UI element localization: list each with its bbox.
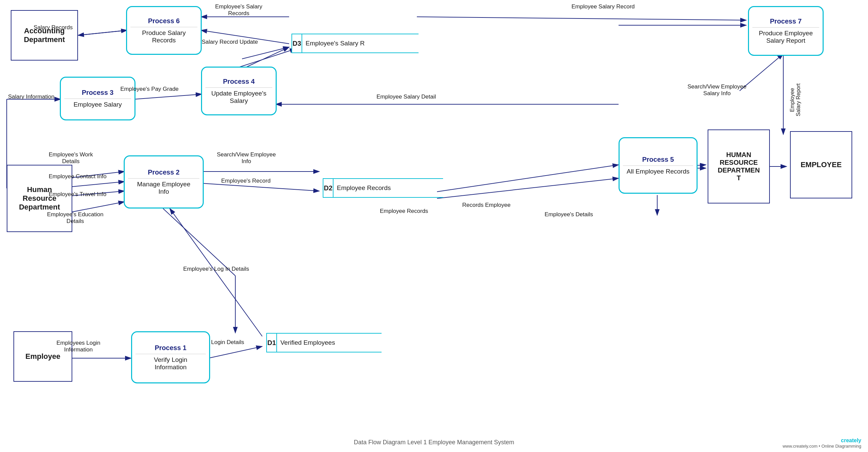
process-3: Process 3 Employee Salary <box>60 77 135 120</box>
datastore-d1: D1 Verified Employees <box>262 333 381 353</box>
svg-line-29 <box>437 178 619 199</box>
process-1: Process 1 Verify Login Information <box>131 331 210 383</box>
process-2: Process 2 Manage Employee Info <box>124 155 204 209</box>
svg-line-23 <box>740 54 783 91</box>
svg-line-24 <box>163 209 235 276</box>
label-records-employee: Records Employee <box>462 202 510 209</box>
label-salary-info: Salary Information <box>8 93 55 100</box>
process-4: Process 4 Update Employee's Salary <box>201 67 277 115</box>
label-login-details-up: Employee's Log In Details <box>183 266 249 272</box>
entity-employee-bottom: Employee <box>13 331 72 382</box>
label-emp-salary-detail: Employee Salary Detail <box>376 93 436 100</box>
svg-line-18 <box>437 165 619 192</box>
svg-line-3 <box>78 30 127 35</box>
svg-line-28 <box>170 209 262 336</box>
label-emp-details: Employee's Details <box>545 211 593 218</box>
footer-text: Data Flow Diagram Level 1 Employee Manag… <box>354 439 514 446</box>
svg-line-6 <box>201 30 289 44</box>
label-salary-record-update: Salary Record Update <box>202 39 258 46</box>
label-emp-salary-record: Employee Salary Record <box>571 3 635 10</box>
label-work-details: Employee's WorkDetails <box>49 151 93 165</box>
svg-line-14 <box>72 191 124 196</box>
label-emp-record: Employee's Record <box>221 178 271 184</box>
process-7: Process 7 Produce Employee Salary Report <box>748 6 824 56</box>
label-search-view-emp: Search/View EmployeeInfo <box>217 151 276 165</box>
svg-line-5 <box>242 47 289 59</box>
label-emp-records-p5: Employee Records <box>380 208 428 215</box>
entity-hr-right: HUMAN RESOURCE DEPARTMEN T <box>708 129 770 204</box>
label-login-details: Login Details <box>211 339 244 346</box>
svg-line-13 <box>72 182 124 187</box>
arrows-svg <box>0 0 868 452</box>
diagram-container: Accounting Department Human Resource Dep… <box>0 0 868 452</box>
entity-employee-right: EMPLOYEE <box>790 131 852 199</box>
process-5: Process 5 All Employee Records <box>619 137 698 194</box>
svg-line-17 <box>202 183 319 191</box>
svg-line-9 <box>134 94 202 99</box>
svg-line-7 <box>417 17 746 20</box>
entity-hr: Human Resource Department <box>7 165 72 232</box>
entity-accounting: Accounting Department <box>11 10 78 61</box>
svg-line-12 <box>72 172 124 178</box>
svg-line-2 <box>78 30 127 35</box>
label-search-salary-info: Search/View EmployeeSalary Info <box>687 83 746 97</box>
label-emp-salary-report: EmployeeSalary Report <box>789 83 801 116</box>
svg-line-27 <box>209 346 262 358</box>
creately-logo: creately www.creately.com • Online Diagr… <box>783 438 861 449</box>
process-6: Process 6 Produce Salary Records <box>126 6 202 55</box>
datastore-d2: D2 Employee Records <box>319 178 443 198</box>
svg-line-15 <box>72 202 124 212</box>
datastore-d3: D3 Employee's Salary R <box>287 34 418 53</box>
label-emp-salary-records: Employee's SalaryRecords <box>215 3 262 17</box>
